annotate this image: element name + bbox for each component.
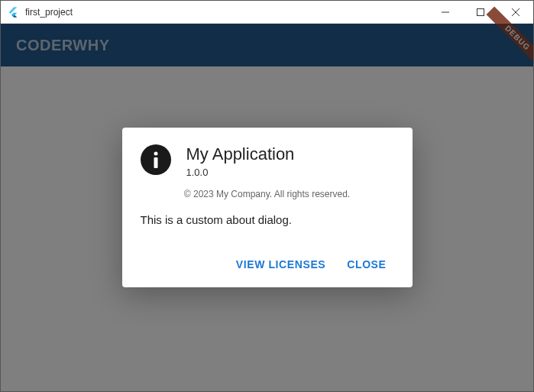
window-title: first_project — [25, 7, 428, 18]
view-licenses-button[interactable]: VIEW LICENSES — [228, 252, 333, 277]
flutter-icon — [7, 6, 19, 18]
svg-rect-1 — [477, 8, 484, 15]
app-container: CODERWHY DEBUG My Application 1.0.0 © 20… — [1, 24, 533, 391]
window-titlebar: first_project — [1, 1, 533, 24]
dialog-legalese: © 2023 My Company. All rights reserved. — [141, 189, 394, 199]
dialog-app-name: My Application — [186, 144, 394, 164]
info-icon — [141, 144, 171, 175]
dialog-actions: VIEW LICENSES CLOSE — [141, 248, 394, 281]
close-dialog-button[interactable]: CLOSE — [339, 252, 393, 277]
modal-scrim[interactable]: My Application 1.0.0 © 2023 My Company. … — [1, 24, 533, 391]
svg-rect-6 — [154, 157, 157, 168]
window-controls — [428, 1, 533, 23]
minimize-button[interactable] — [428, 1, 463, 23]
about-dialog: My Application 1.0.0 © 2023 My Company. … — [122, 128, 413, 287]
dialog-title-block: My Application 1.0.0 — [186, 144, 394, 177]
svg-point-5 — [154, 152, 157, 156]
dialog-body-text: This is a custom about dialog. — [141, 213, 394, 226]
dialog-header: My Application 1.0.0 — [141, 144, 394, 177]
dialog-app-version: 1.0.0 — [186, 167, 394, 178]
